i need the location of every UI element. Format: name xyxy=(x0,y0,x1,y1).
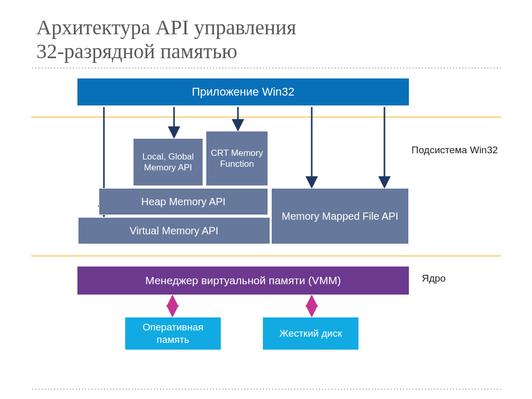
title-line-1: Архитектура API управления xyxy=(36,16,296,39)
footer-line xyxy=(31,389,501,390)
divider-bottom xyxy=(31,255,501,257)
title-underline xyxy=(31,68,501,69)
vmm-label: Менеджер виртуальной памяти (VMM) xyxy=(145,274,341,287)
architecture-diagram: Приложение Win32 xyxy=(31,78,501,369)
local-global-api-box: Local, Global Memory API xyxy=(133,138,203,186)
virtual-api-box: Virtual Memory API xyxy=(78,217,270,244)
local-global-api-label: Local, Global Memory API xyxy=(134,151,203,174)
heap-api-box: Heap Memory API xyxy=(99,188,268,215)
hdd-box: Жесткий диск xyxy=(262,317,359,350)
hdd-label: Жесткий диск xyxy=(280,327,342,340)
title-line-2: 32-разрядной памятью xyxy=(36,39,237,63)
crt-memory-label: CRT Memory Function xyxy=(206,148,268,170)
vmm-box: Менеджер виртуальной памяти (VMM) xyxy=(77,266,409,295)
app-win32-box: Приложение Win32 xyxy=(77,78,409,106)
app-win32-label: Приложение Win32 xyxy=(192,85,295,99)
slide-title: Архитектура API управления 32-разрядной … xyxy=(31,16,501,63)
subsystem-win32-label: Подсистема Win32 xyxy=(411,144,498,156)
mmap-api-label: Memory Mapped File API xyxy=(282,209,398,223)
divider-top xyxy=(31,116,501,118)
mmap-api-box: Memory Mapped File API xyxy=(271,188,409,244)
ram-box: Оперативная память xyxy=(125,317,221,350)
ram-label: Оперативная память xyxy=(125,321,221,346)
heap-api-label: Heap Memory API xyxy=(141,196,225,208)
crt-memory-box: CRT Memory Function xyxy=(206,131,268,186)
kernel-label: Ядро xyxy=(422,273,446,284)
virtual-api-label: Virtual Memory API xyxy=(130,225,219,237)
